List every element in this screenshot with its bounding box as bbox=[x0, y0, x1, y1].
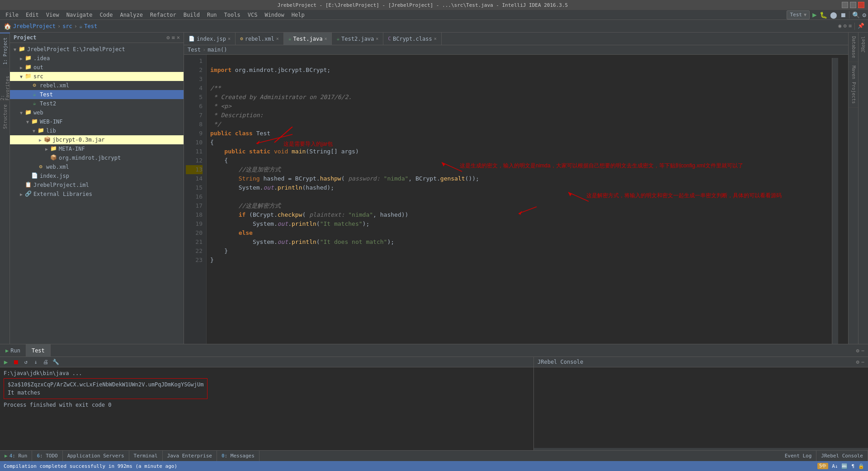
tree-item-iml[interactable]: 📋 JrebelProject.iml bbox=[10, 181, 184, 190]
vtab-database[interactable]: Database bbox=[849, 33, 858, 62]
bottom-tab-run[interactable]: ▶ Run bbox=[0, 344, 26, 357]
home-icon[interactable]: 🏠 bbox=[4, 23, 11, 30]
tree-item-indexjsp[interactable]: 📄 index.jsp bbox=[10, 171, 184, 181]
menu-edit[interactable]: Edit bbox=[22, 10, 42, 19]
close-button[interactable] bbox=[858, 2, 864, 8]
settings-icon[interactable]: ⚙ bbox=[863, 11, 866, 19]
tree-item-src[interactable]: ▼ 📁 src bbox=[10, 72, 184, 81]
nav-project[interactable]: JrebelProject bbox=[13, 23, 56, 29]
tab-close-rebelxml[interactable]: × bbox=[276, 36, 279, 41]
tree-label-jbcrypt: jbcrypt-0.3m.jar bbox=[52, 137, 105, 143]
menu-navigate[interactable]: Navigate bbox=[63, 10, 96, 19]
jrebel-icon[interactable]: JRebel bbox=[859, 34, 868, 54]
tree-item-webxml[interactable]: ⚙ web.xml bbox=[10, 162, 184, 171]
menu-vcs[interactable]: VCS bbox=[244, 10, 261, 19]
tab-indexjsp[interactable]: 📄 index.jsp × bbox=[184, 33, 236, 45]
vtab-project[interactable]: 1: Project bbox=[0, 33, 10, 69]
tree-item-jrebelproject[interactable]: ▼ 📁 JrebelProject E:\JrebelProject bbox=[10, 45, 184, 54]
run-stop-btn[interactable]: ⏹ bbox=[12, 358, 20, 366]
jrebel-side[interactable]: JRebel bbox=[858, 33, 868, 344]
jrebel-settings-icon[interactable]: ⚙ bbox=[856, 359, 859, 365]
tree-item-metainf[interactable]: ▶ 📁 META-INF bbox=[10, 144, 184, 153]
tab-close-test2java[interactable]: × bbox=[376, 36, 378, 41]
bottom-settings-icon[interactable]: ⚙ bbox=[856, 347, 859, 354]
run-config-selector[interactable]: Test ▼ bbox=[787, 10, 810, 19]
bottom-minimize-icon[interactable]: − bbox=[861, 347, 864, 354]
tree-item-jbcrypt-jar[interactable]: ▶ 📦 jbcrypt-0.3m.jar bbox=[10, 135, 184, 144]
vtab-favorites[interactable]: 2: Favorites bbox=[0, 69, 10, 100]
tree-item-web[interactable]: ▼ 📁 web bbox=[10, 108, 184, 117]
tree-item-extlibs[interactable]: ▶ 🔗 External Libraries bbox=[10, 190, 184, 199]
tab-testjava[interactable]: ☕ Test.java × bbox=[284, 33, 332, 45]
run-button[interactable]: ▶ bbox=[812, 10, 817, 19]
stop-button[interactable]: ⏹ bbox=[840, 11, 846, 19]
vtab-maven[interactable]: Maven Projects bbox=[849, 62, 858, 108]
bt-todo[interactable]: 6: TODO bbox=[32, 451, 62, 461]
status-ime-icon[interactable]: A↓ bbox=[832, 463, 838, 469]
bt-event-log[interactable]: Event Log bbox=[780, 451, 817, 461]
tree-item-rebelxml[interactable]: ⚙ rebel.xml bbox=[10, 81, 184, 90]
jrebel-minimize-icon[interactable]: − bbox=[861, 359, 864, 365]
bt-run[interactable]: ▶ 4: Run bbox=[0, 451, 32, 461]
maximize-button[interactable] bbox=[850, 2, 856, 8]
debug-button[interactable]: 🐛 bbox=[820, 11, 827, 19]
menu-help[interactable]: Help bbox=[288, 10, 308, 19]
run-coverage-button[interactable]: ⬤ bbox=[830, 11, 837, 19]
run-print-btn[interactable]: 🖨 bbox=[42, 358, 50, 366]
bt-java-enterprise[interactable]: Java Enterprise bbox=[163, 451, 217, 461]
menu-build[interactable]: Build bbox=[180, 10, 203, 19]
menu-run[interactable]: Run bbox=[203, 10, 221, 19]
search-everywhere-icon[interactable]: 🔍 bbox=[852, 11, 860, 19]
menu-code[interactable]: Code bbox=[96, 10, 117, 19]
code-editor[interactable]: 1234567 89101112 13 14151617181920 21222… bbox=[184, 55, 848, 344]
nav-btn3[interactable]: ≡ bbox=[849, 23, 852, 30]
status-lang-icon[interactable]: S中 bbox=[817, 463, 828, 469]
run-config-dropdown-icon[interactable]: ▼ bbox=[804, 12, 807, 17]
tab-close-bcryptclass[interactable]: × bbox=[434, 36, 437, 41]
run-scroll-btn[interactable]: ↓ bbox=[32, 358, 40, 366]
tab-rebelxml[interactable]: ⚙ rebel.xml × bbox=[236, 33, 284, 45]
menu-window[interactable]: Window bbox=[261, 10, 288, 19]
bt-todo-label: 6: TODO bbox=[37, 453, 57, 459]
project-panel-close[interactable]: × bbox=[177, 34, 180, 41]
tree-item-test2[interactable]: ☕ Test2 bbox=[10, 99, 184, 108]
tab-test2java[interactable]: ☕ Test2.java × bbox=[332, 33, 383, 45]
breadcrumb-main[interactable]: main() bbox=[208, 47, 227, 53]
project-panel-gear[interactable]: ⚙ bbox=[166, 34, 170, 41]
menu-tools[interactable]: Tools bbox=[221, 10, 244, 19]
tree-item-orgmindrot[interactable]: 📦 org.mindrot.jbcrypt bbox=[10, 153, 184, 162]
tree-item-test[interactable]: ☕ Test bbox=[10, 90, 184, 99]
nav-file[interactable]: Test bbox=[84, 23, 97, 29]
bottom-tab-test[interactable]: Test bbox=[26, 344, 51, 357]
run-filter-btn[interactable]: 🔧 bbox=[52, 358, 60, 366]
tab-close-indexjsp[interactable]: × bbox=[228, 36, 231, 41]
breadcrumb-test[interactable]: Test bbox=[188, 47, 201, 53]
tab-bcryptclass[interactable]: C BCrypt.class × bbox=[383, 33, 441, 45]
run-rerun-btn[interactable]: ↺ bbox=[22, 358, 30, 366]
vtab-structure[interactable]: Structure bbox=[0, 100, 10, 132]
nav-btn1[interactable]: ◉ bbox=[838, 23, 841, 30]
menu-analyze[interactable]: Analyze bbox=[116, 10, 146, 19]
project-panel-menu[interactable]: ≡ bbox=[172, 34, 175, 41]
tab-close-testjava[interactable]: × bbox=[324, 36, 327, 41]
bt-terminal[interactable]: Terminal bbox=[129, 451, 163, 461]
tree-item-lib[interactable]: ▼ 📁 lib bbox=[10, 126, 184, 135]
bt-jrebel-console[interactable]: JRebel Console bbox=[816, 451, 868, 461]
run-panel: ▶ ⏹ ↺ ↓ 🖨 🔧 F:\java\jdk\bin\java ... $2a… bbox=[0, 357, 533, 450]
code-content[interactable]: import org.mindrot.jbcrypt.BCrypt; /** *… bbox=[207, 55, 848, 344]
bt-app-servers[interactable]: Application Servers bbox=[63, 451, 129, 461]
minimize-button[interactable] bbox=[842, 2, 848, 8]
nav-src[interactable]: src bbox=[62, 23, 72, 29]
nav-pin-icon[interactable]: 📌 bbox=[858, 23, 864, 30]
bt-messages[interactable]: 0: Messages bbox=[217, 451, 259, 461]
menu-file[interactable]: File bbox=[2, 10, 22, 19]
run-restart-btn[interactable]: ▶ bbox=[2, 358, 10, 366]
window-controls[interactable] bbox=[842, 2, 864, 8]
tree-item-out[interactable]: ▶ 📁 out bbox=[10, 63, 184, 72]
menu-view[interactable]: View bbox=[42, 10, 63, 19]
menu-refactor[interactable]: Refactor bbox=[146, 10, 180, 19]
nav-btn2[interactable]: ⚙ bbox=[844, 23, 847, 30]
tree-item-idea[interactable]: ▶ 📁 .idea bbox=[10, 54, 184, 63]
status-bar: Compilation completed successfully in 99… bbox=[0, 461, 868, 471]
tree-item-webinf[interactable]: ▼ 📁 WEB-INF bbox=[10, 117, 184, 126]
